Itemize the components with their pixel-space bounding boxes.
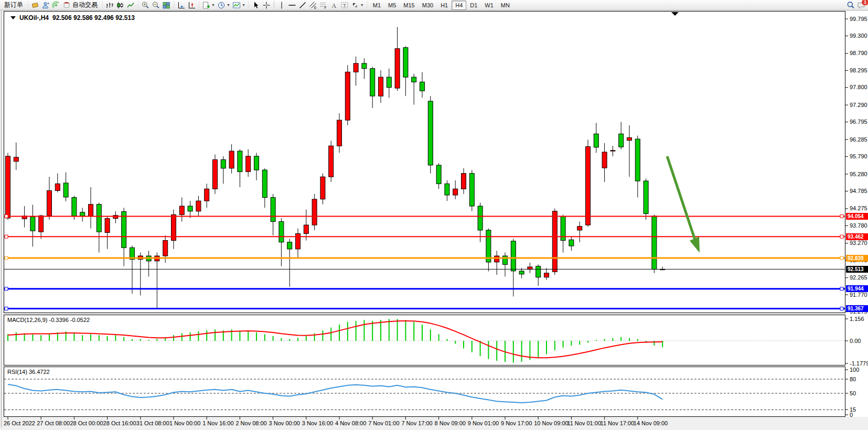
new-chart-button[interactable]: ▼ xyxy=(201,1,216,10)
text-tool-button[interactable]: A xyxy=(329,1,339,10)
macd-panel[interactable]: MACD(12,26,9) -0.3396 -0.0522 xyxy=(4,315,845,366)
date-axis-label: 7 Nov 01:00 xyxy=(368,420,399,426)
top-toolbar: 新订单 自动交易 ▼ ▼ xyxy=(0,0,868,10)
date-axis-label: 28 Oct 16:00 xyxy=(103,420,136,426)
main-chart-panel[interactable]: UKOil-,H4 92.506 92.586 92.496 92.513 xyxy=(4,11,845,313)
profile-button[interactable] xyxy=(40,1,51,10)
trendline-icon xyxy=(298,1,307,9)
zoom-in-button[interactable] xyxy=(140,1,151,10)
chart-ohlc-values: 92.506 92.586 92.496 92.513 xyxy=(52,14,135,22)
toolbar-grip xyxy=(27,1,29,9)
date-axis-label: 10 Nov 09:00 xyxy=(534,420,568,426)
horizontal-line-tool-button[interactable] xyxy=(287,1,297,10)
new-order-button[interactable]: 新订单 xyxy=(2,1,26,10)
chart-menu-icon[interactable] xyxy=(10,16,16,19)
auto-trading-button[interactable]: 自动交易 xyxy=(61,1,100,10)
date-axis-label: 26 Oct 2022 xyxy=(4,420,35,426)
signals-icon xyxy=(52,1,60,9)
date-axis-label: 28 Oct 00:00 xyxy=(70,420,103,426)
bar-chart-button[interactable] xyxy=(104,1,115,10)
toolbar-grip xyxy=(101,1,103,9)
rsi-panel[interactable]: RSI(14) 36.4722 xyxy=(4,367,845,417)
date-axis-label: 1 Nov 00:00 xyxy=(169,420,200,426)
date-axis-label: 1 Nov 16:00 xyxy=(202,420,233,426)
timeframe-w1[interactable]: W1 xyxy=(481,1,497,10)
chart-shift-button[interactable] xyxy=(186,1,197,10)
zoom-out-button[interactable] xyxy=(151,1,161,10)
svg-text:F: F xyxy=(324,6,326,9)
date-axis-label: 4 Nov 08:00 xyxy=(335,420,366,426)
periods-button[interactable]: ▼ xyxy=(216,1,231,10)
date-axis-label: 11 Nov 17:00 xyxy=(601,420,635,426)
quotes-button[interactable] xyxy=(30,1,40,10)
auto-trading-label: 自动交易 xyxy=(71,1,99,9)
svg-text:E: E xyxy=(314,5,317,9)
cursor-tool-button[interactable] xyxy=(251,1,261,10)
arrows-tool-button[interactable]: ▼ xyxy=(350,1,365,10)
timeframe-m1[interactable]: M1 xyxy=(369,1,384,10)
line-chart-button[interactable] xyxy=(125,1,136,10)
search-icon xyxy=(846,1,855,9)
indicators-button[interactable]: ▼ xyxy=(231,1,247,10)
auto-scroll-button[interactable] xyxy=(176,1,186,10)
equidistant-channel-tool-button[interactable]: E xyxy=(308,1,318,10)
bar-chart-icon xyxy=(105,1,114,9)
signals-button[interactable] xyxy=(51,1,61,10)
candlestick-chart-icon xyxy=(116,1,124,9)
timeframe-d1[interactable]: D1 xyxy=(466,1,481,10)
fibonacci-icon: F xyxy=(319,1,328,9)
crosshair-tool-button[interactable] xyxy=(261,1,272,10)
timeframe-m5[interactable]: M5 xyxy=(384,1,400,10)
periods-clock-icon xyxy=(217,1,226,9)
date-axis-label: 11 Nov 01:00 xyxy=(567,420,601,426)
rsi-label: RSI(14) 36.4722 xyxy=(7,369,50,375)
indicators-icon xyxy=(232,1,241,9)
chart-shift-icon xyxy=(187,1,196,9)
new-order-label: 新订单 xyxy=(3,1,25,9)
crosshair-icon xyxy=(262,1,271,9)
date-axis-label: 3 Nov 00:00 xyxy=(269,420,300,426)
fibonacci-tool-button[interactable]: F xyxy=(318,1,329,10)
equidistant-channel-icon: E xyxy=(309,1,317,9)
chart-symbol-label: UKOil-,H4 xyxy=(19,14,49,22)
svg-text:A: A xyxy=(331,2,336,9)
quotes-icon xyxy=(31,1,39,9)
date-axis-label: 8 Nov 09:00 xyxy=(435,420,466,426)
toolbar-grip xyxy=(248,1,250,9)
toolbar-grip xyxy=(198,1,200,9)
price-axis-column[interactable] xyxy=(845,11,868,417)
horizontal-line-icon xyxy=(288,1,296,9)
chevron-down-icon: ▼ xyxy=(360,3,364,7)
zoom-in-icon xyxy=(141,1,149,9)
search-button[interactable] xyxy=(845,1,856,10)
candlestick-chart-button[interactable] xyxy=(115,1,125,10)
notification-count-badge: 1 xyxy=(862,0,868,5)
window-left-edge xyxy=(1,11,2,427)
date-axis-label: 14 Nov 09:00 xyxy=(634,420,668,426)
timeframe-group: M1M5M15M30H1H4D1W1MN xyxy=(369,1,513,10)
timeframe-mn[interactable]: MN xyxy=(497,1,513,10)
date-axis-label: 9 Nov 01:00 xyxy=(468,420,499,426)
text-label-tool-button[interactable]: T xyxy=(339,1,350,10)
profile-icon xyxy=(41,1,50,9)
notifications-button[interactable]: 1 xyxy=(856,1,866,10)
timeframe-h1[interactable]: H1 xyxy=(437,1,452,10)
arrows-icon xyxy=(351,1,359,9)
trendline-tool-button[interactable] xyxy=(297,1,308,10)
vertical-line-icon xyxy=(277,1,286,9)
auto-trading-icon xyxy=(62,1,71,9)
date-axis-label: 27 Oct 08:00 xyxy=(37,420,70,426)
cursor-icon xyxy=(252,1,260,9)
timeframe-m15[interactable]: M15 xyxy=(400,1,418,10)
text-icon: A xyxy=(330,1,338,9)
vertical-line-tool-button[interactable] xyxy=(276,1,287,10)
zoom-out-icon xyxy=(152,1,160,9)
timeframe-h4[interactable]: H4 xyxy=(452,1,466,10)
svg-text:T: T xyxy=(343,3,346,8)
date-axis-label: 9 Nov 17:00 xyxy=(501,420,532,426)
chevron-down-icon: ▼ xyxy=(242,3,245,7)
toolbar-grip xyxy=(366,1,368,9)
text-label-icon: T xyxy=(340,1,349,9)
tile-windows-button[interactable] xyxy=(161,1,172,10)
timeframe-m30[interactable]: M30 xyxy=(419,1,437,10)
